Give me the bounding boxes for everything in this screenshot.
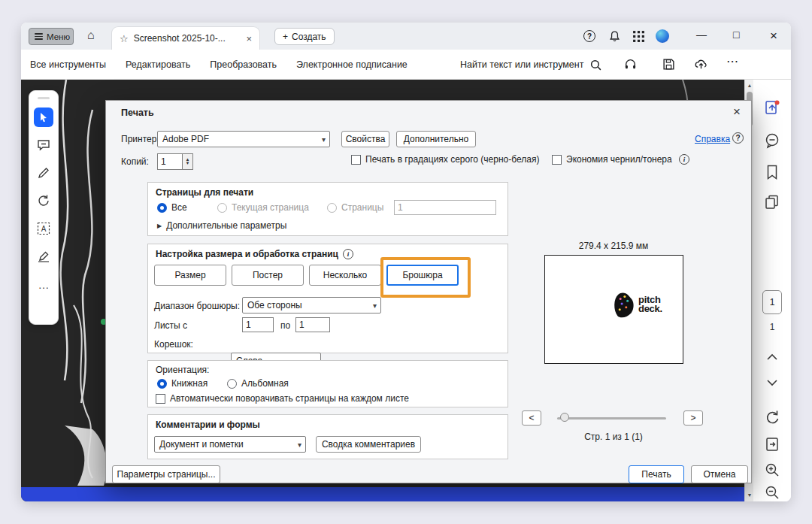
preview-prev-button[interactable]: < — [522, 410, 541, 426]
sizing-info-icon[interactable]: i — [343, 249, 353, 259]
avatar — [656, 29, 669, 43]
menu-label: Меню — [47, 32, 70, 41]
booklet-mode-button[interactable]: Брошюра — [386, 265, 459, 286]
export-pdf-icon — [764, 99, 780, 116]
pen-tool[interactable] — [34, 163, 53, 183]
previous-page-button[interactable] — [764, 349, 780, 365]
pages-panel-button[interactable] — [764, 194, 780, 211]
fit-page-button[interactable] — [764, 436, 780, 453]
text-select-tool[interactable]: A — [34, 219, 53, 238]
pages-range-input[interactable]: 1 — [394, 200, 496, 215]
radio-current[interactable] — [217, 203, 227, 213]
nav-all-tools[interactable]: Все инструменты — [30, 59, 106, 70]
scroll-down-icon[interactable]: ▼ — [747, 492, 753, 498]
account-button[interactable] — [656, 29, 669, 43]
create-tab-button[interactable]: + Создать — [274, 28, 335, 45]
bookmark-icon — [764, 164, 780, 180]
nav-convert[interactable]: Преобразовать — [210, 59, 277, 70]
home-button[interactable]: ⌂ — [87, 29, 95, 42]
copies-stepper[interactable]: ▲ ▼ — [183, 153, 193, 170]
radio-all[interactable] — [157, 203, 167, 213]
dialog-close-button[interactable]: × — [733, 104, 741, 120]
pages-group: Страницы для печати Все Текущая страница… — [147, 182, 508, 236]
autorotate-row[interactable]: Автоматически поворачивать страницы на к… — [156, 393, 409, 404]
save-ink-label: Экономия чернил/тонера — [566, 154, 672, 165]
zoom-slider-handle[interactable] — [560, 413, 569, 422]
menu-button[interactable]: Меню — [29, 28, 74, 45]
copies-input[interactable]: 1 — [157, 153, 183, 170]
rotate-view-button[interactable] — [764, 409, 780, 426]
zoom-in-button[interactable] — [764, 462, 780, 478]
next-page-button[interactable] — [764, 374, 780, 391]
stepper-down-icon[interactable]: ▼ — [186, 162, 190, 165]
maximize-button[interactable]: □ — [733, 29, 739, 41]
rotate-tool[interactable] — [34, 191, 53, 211]
pages-range-option[interactable]: Страницы — [327, 202, 383, 213]
scroll-up-icon[interactable]: ▲ — [747, 83, 753, 88]
comments-select[interactable]: Документ и пометки — [154, 436, 306, 453]
help-question-button[interactable]: ? — [732, 132, 744, 144]
multiple-mode-button[interactable]: Несколько — [309, 265, 381, 286]
brand-logo: pitch deck. — [611, 290, 662, 319]
comment-tool[interactable] — [34, 135, 53, 155]
pages-all-option[interactable]: Все — [157, 202, 187, 213]
sheets-to-input[interactable]: 1 — [295, 317, 330, 332]
signature-tool[interactable] — [34, 247, 53, 266]
minimize-button[interactable]: — — [696, 29, 707, 41]
booklet-subset-select[interactable]: Обе стороны — [242, 297, 381, 313]
print-preview: pitch deck. — [544, 255, 683, 364]
help-link[interactable]: Справка — [695, 134, 730, 144]
share-upload-button[interactable] — [695, 58, 707, 71]
page-setup-button[interactable]: Параметры страницы... — [112, 465, 220, 483]
select-tool[interactable] — [34, 108, 53, 127]
more-options-toggle[interactable]: ▶ Дополнительные параметры — [157, 220, 286, 231]
landscape-option[interactable]: Альбомная — [227, 378, 289, 389]
radio-portrait[interactable] — [157, 379, 167, 389]
bell-icon — [608, 30, 621, 43]
sheets-from-input[interactable]: 1 — [242, 317, 274, 332]
apps-grid-button[interactable] — [632, 29, 645, 43]
window-close-button[interactable]: × — [770, 29, 777, 44]
portrait-option[interactable]: Книжная — [157, 378, 208, 389]
advanced-button[interactable]: Дополнительно — [396, 131, 476, 147]
pages-current-label: Текущая страница — [232, 202, 309, 213]
grayscale-checkbox[interactable] — [351, 155, 361, 165]
ink-info-button[interactable]: i — [679, 153, 689, 165]
printer-select[interactable]: Adobe PDF — [157, 131, 330, 147]
comments-panel-button[interactable] — [764, 132, 780, 149]
tab-close-icon[interactable]: × — [246, 33, 252, 44]
save-ink-checkbox[interactable] — [552, 155, 562, 165]
comments-summary-button[interactable]: Сводка комментариев — [316, 436, 421, 453]
poster-mode-button[interactable]: Постер — [232, 265, 304, 286]
bookmarks-panel-button[interactable] — [764, 164, 780, 180]
autorotate-checkbox[interactable] — [156, 394, 165, 404]
preview-next-button[interactable]: > — [683, 410, 703, 426]
read-aloud-button[interactable] — [624, 58, 637, 71]
cancel-button[interactable]: Отмена — [691, 465, 748, 483]
nav-esign[interactable]: Электронное подписание — [296, 59, 408, 70]
chevron-down-icon — [764, 374, 780, 391]
search-button[interactable]: Найти текст или инструмент — [460, 50, 602, 80]
more-tools-rail-button[interactable]: … — [34, 274, 53, 294]
properties-button[interactable]: Свойства — [341, 131, 389, 147]
notifications-button[interactable] — [607, 29, 621, 43]
document-tab[interactable]: ☆ Screenshot 2025-10-... × — [111, 26, 260, 50]
radio-landscape[interactable] — [227, 379, 237, 389]
radio-range[interactable] — [327, 203, 337, 213]
save-button[interactable] — [662, 58, 675, 71]
current-page-indicator[interactable]: 1 — [762, 290, 782, 314]
acrobat-window: Меню ⌂ ☆ Screenshot 2025-10-... × + Созд… — [21, 23, 791, 501]
nav-edit[interactable]: Редактировать — [126, 59, 190, 70]
zoom-out-button[interactable] — [764, 484, 780, 501]
help-button[interactable]: ? — [583, 29, 596, 43]
zoom-slider-track[interactable] — [557, 417, 666, 420]
comment-bubble-icon — [37, 138, 50, 152]
print-button[interactable]: Печать — [629, 465, 684, 483]
pages-current-option[interactable]: Текущая страница — [217, 202, 309, 213]
more-tools-button[interactable]: ⋯ — [726, 54, 738, 68]
rail-grip[interactable] — [38, 97, 50, 99]
svg-text:A: A — [41, 225, 47, 233]
star-icon[interactable]: ☆ — [120, 33, 129, 44]
size-mode-button[interactable]: Размер — [154, 265, 226, 286]
export-pdf-button[interactable] — [764, 99, 780, 116]
